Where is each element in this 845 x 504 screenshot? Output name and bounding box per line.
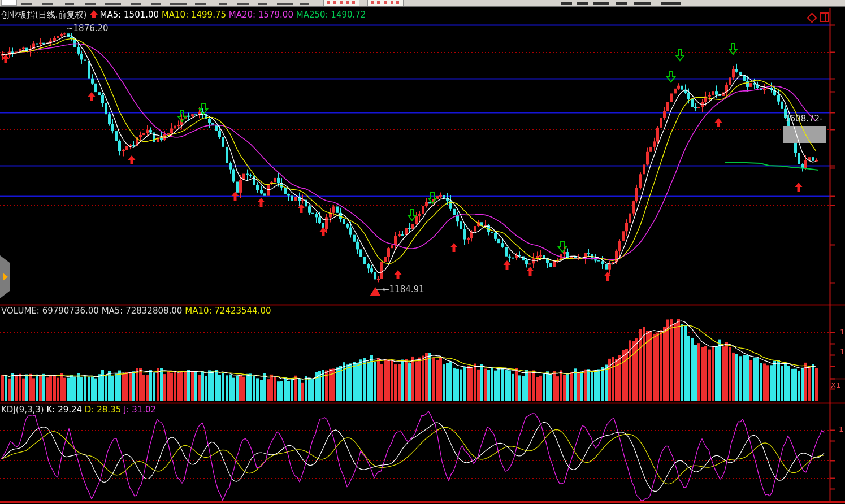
main-chart-header: 创业板指(日线.前复权)MA5: 1501.00 MA10: 1499.75 M…: [1, 10, 366, 20]
volume-axis-label-2: 1: [840, 347, 844, 356]
price-volume-kdj-canvas[interactable]: [0, 0, 845, 504]
toolbar-menu-highlight[interactable]: [1, 0, 17, 6]
toolbar-cropped: [0, 0, 845, 7]
ma250-label: MA250: 1490.72: [296, 10, 366, 20]
instrument-title: 创业板指(日线.前复权): [1, 10, 86, 20]
ma10-label: MA10: 1499.75: [162, 10, 226, 20]
ma20-label: MA20: 1579.00: [229, 10, 293, 20]
kdj-axis-label: 1: [839, 425, 843, 433]
kdj-k-label: K: 29.24: [46, 405, 82, 415]
kdj-params-label: KDJ(9,3,3): [1, 405, 44, 415]
volume-axis-label-1: 1: [840, 328, 844, 336]
kdj-d-label: D: 28.35: [85, 405, 121, 415]
flyout-arrow-icon: [3, 273, 8, 281]
kdj-j-label: J: 31.02: [124, 405, 156, 415]
volume-ma10-label: MA10: 72423544.00: [185, 306, 271, 316]
volume-ma5-label: MA5: 72832808.00: [102, 306, 183, 316]
volume-unit-label: X1: [831, 381, 840, 389]
split-window-icon[interactable]: [820, 12, 829, 22]
trading-app-window: 创业板指(日线.前复权)MA5: 1501.00 MA10: 1499.75 M…: [0, 0, 845, 504]
volume-header: VOLUME: 69790736.00 MA5: 72832808.00 MA1…: [1, 306, 271, 316]
toolbar-quote-box-2[interactable]: [367, 0, 404, 6]
volume-label: VOLUME: 69790736.00: [1, 306, 99, 316]
high-price-annotation: ~1876.20: [66, 23, 109, 33]
toolbar-quote-box-1[interactable]: [323, 0, 359, 6]
axis-price-tag: 1608.72-: [785, 114, 822, 124]
up-arrow-icon: [90, 10, 98, 19]
low-price-annotation: ←1184.91: [382, 284, 424, 294]
ma5-label: MA5: 1501.00: [99, 10, 159, 20]
low-triangle-icon: [370, 288, 380, 296]
kdj-header: KDJ(9,3,3) K: 29.24 D: 28.35 J: 31.02: [1, 405, 156, 415]
